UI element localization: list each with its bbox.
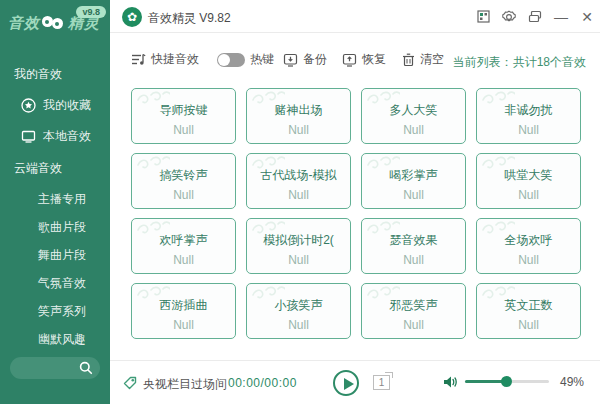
hotkey-label: 热键 [250, 51, 274, 68]
quick-sound-button[interactable]: 快捷音效 [131, 51, 199, 68]
sound-hotkey-value: Null [477, 253, 580, 267]
sound-hotkey-value: Null [247, 123, 350, 137]
sound-hotkey-value: Null [132, 318, 235, 332]
monitor-icon [21, 129, 36, 144]
sound-card[interactable]: 欢呼掌声 Null [131, 218, 236, 274]
sound-card[interactable]: 喝彩掌声 Null [361, 153, 466, 209]
sound-title: 小孩笑声 [247, 297, 350, 314]
volume-slider[interactable] [465, 380, 549, 383]
playback-time: 00:00/00:00 [228, 376, 297, 390]
clear-label: 清空 [420, 51, 444, 68]
sound-hotkey-value: Null [362, 123, 465, 137]
sound-hotkey-value: Null [132, 123, 235, 137]
sound-card[interactable]: 导师按键 Null [131, 88, 236, 144]
backup-icon [283, 53, 298, 67]
logo-text-left: 音效 [8, 14, 40, 33]
sound-hotkey-value: Null [477, 188, 580, 202]
sound-title: 西游插曲 [132, 297, 235, 314]
backup-label: 备份 [303, 51, 327, 68]
settings-button[interactable] [496, 0, 522, 33]
volume-fill [465, 380, 506, 383]
sidebar-item-label: 本地音效 [43, 128, 91, 145]
restore-label: 恢复 [362, 51, 386, 68]
sound-card[interactable]: 哄堂大笑 Null [476, 153, 581, 209]
sidebar: 音效 精灵 v9.8 我的音效 我的收藏 本地音效 云端音效 主播专用歌曲片段 [0, 0, 110, 404]
music-list-icon [131, 53, 146, 67]
sound-card[interactable]: 全场欢呼 Null [476, 218, 581, 274]
restore-button[interactable]: 恢复 [342, 51, 386, 68]
restore-icon [342, 53, 357, 67]
sound-title: 非诚勿扰 [477, 102, 580, 119]
sound-title: 瑟音效果 [362, 232, 465, 249]
sound-hotkey-value: Null [477, 318, 580, 332]
sound-hotkey-value: Null [247, 253, 350, 267]
search-icon [79, 361, 93, 375]
sidebar-item-favorites[interactable]: 我的收藏 [21, 97, 91, 114]
sound-card[interactable]: 模拟倒计时2( Null [246, 218, 351, 274]
quick-sound-label: 快捷音效 [151, 51, 199, 68]
sound-hotkey-value: Null [247, 188, 350, 202]
sound-title: 古代战场-模拟 [247, 167, 350, 184]
sound-card[interactable]: 英文正数 Null [476, 283, 581, 339]
sound-hotkey-value: Null [477, 123, 580, 137]
sidebar-item-local-sounds[interactable]: 本地音效 [21, 128, 91, 145]
close-button[interactable]: ✕ [574, 0, 600, 33]
medal-icon [21, 98, 36, 113]
play-icon [344, 378, 354, 390]
window-title: 音效精灵 V9.82 [148, 10, 231, 27]
hotkey-control: 热键 [217, 51, 274, 68]
sound-title: 欢呼掌声 [132, 232, 235, 249]
sound-title: 英文正数 [477, 297, 580, 314]
volume-knob[interactable] [501, 376, 512, 387]
sound-title: 喝彩掌声 [362, 167, 465, 184]
sidebar-cloud-item[interactable]: 幽默风趣 [38, 331, 86, 348]
sound-title: 赌神出场 [247, 102, 350, 119]
sidebar-cloud-item[interactable]: 歌曲片段 [38, 219, 86, 236]
sound-card[interactable]: 瑟音效果 Null [361, 218, 466, 274]
toolbar: 快捷音效 热键 备份 恢复 清空 当前列表：共计18个音效 [110, 34, 600, 84]
search-input[interactable] [10, 357, 100, 379]
sidebar-cloud-item[interactable]: 笑声系列 [38, 303, 86, 320]
sidebar-cloud-item[interactable]: 舞曲片段 [38, 247, 86, 264]
skin-grid-icon [477, 10, 490, 23]
sidebar-section-cloud-sounds[interactable]: 云端音效 [0, 160, 62, 177]
sidebar-cloud-item[interactable]: 气氛音效 [38, 275, 86, 292]
hotkey-toggle[interactable] [217, 53, 245, 67]
sound-card[interactable]: 赌神出场 Null [246, 88, 351, 144]
sound-card[interactable]: 邪恶笑声 Null [361, 283, 466, 339]
sound-card[interactable]: 小孩笑声 Null [246, 283, 351, 339]
sidebar-cloud-item[interactable]: 主播专用 [38, 191, 86, 208]
title-bar: ✿ 音效精灵 V9.82 — ✕ [110, 0, 600, 33]
sidebar-section-my-sounds[interactable]: 我的音效 [0, 66, 62, 83]
sound-hotkey-value: Null [247, 318, 350, 332]
sound-title: 模拟倒计时2( [247, 232, 350, 249]
sound-card[interactable]: 非诚勿扰 Null [476, 88, 581, 144]
minimize-button[interactable]: — [548, 0, 574, 33]
backup-button[interactable]: 备份 [283, 51, 327, 68]
sound-card[interactable]: 搞笑铃声 Null [131, 153, 236, 209]
track-name: 央视栏目过场间 [143, 376, 227, 393]
windows-overlap-icon [528, 10, 542, 23]
sound-card[interactable]: 西游插曲 Null [131, 283, 236, 339]
sound-title: 全场欢呼 [477, 232, 580, 249]
sound-title: 导师按键 [132, 102, 235, 119]
list-summary: 当前列表：共计18个音效 [453, 54, 586, 71]
now-playing-tag-icon [122, 375, 138, 395]
sound-title: 哄堂大笑 [477, 167, 580, 184]
mini-mode-button[interactable] [522, 0, 548, 33]
version-badge: v9.8 [76, 6, 106, 18]
sidebar-item-label: 我的收藏 [43, 97, 91, 114]
player-bar: 央视栏目过场间 00:00/00:00 1 49% [110, 360, 600, 404]
app-logo: 音效 精灵 v9.8 [0, 0, 110, 52]
skin-button[interactable] [470, 0, 496, 33]
play-button[interactable] [333, 370, 359, 396]
sound-title: 多人大笑 [362, 102, 465, 119]
sound-hotkey-value: Null [132, 188, 235, 202]
sound-card[interactable]: 多人大笑 Null [361, 88, 466, 144]
sound-card[interactable]: 古代战场-模拟 Null [246, 153, 351, 209]
gear-icon [502, 10, 516, 24]
sound-title: 邪恶笑声 [362, 297, 465, 314]
volume-icon[interactable] [442, 374, 458, 394]
clear-button[interactable]: 清空 [402, 51, 444, 68]
loop-count-box[interactable]: 1 [373, 375, 390, 390]
